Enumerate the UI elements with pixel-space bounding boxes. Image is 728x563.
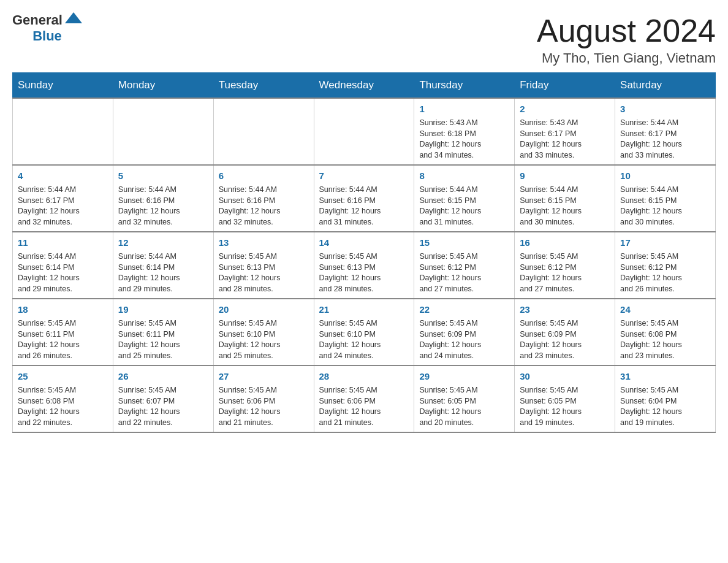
day-number: 24 (620, 303, 710, 316)
day-number: 13 (219, 236, 309, 249)
title-block: August 2024 My Tho, Tien Giang, Vietnam (537, 12, 716, 66)
weekday-header-tuesday: Tuesday (213, 73, 314, 99)
calendar-week-1: 1Sunrise: 5:43 AMSunset: 6:18 PMDaylight… (13, 98, 716, 165)
logo-triangle-icon (65, 12, 82, 23)
day-info: Sunrise: 5:45 AMSunset: 6:08 PMDaylight:… (18, 385, 108, 428)
day-number: 29 (419, 370, 509, 383)
day-number: 4 (18, 169, 108, 182)
calendar-cell (213, 98, 314, 165)
day-info: Sunrise: 5:43 AMSunset: 6:17 PMDaylight:… (520, 118, 610, 161)
calendar-cell (314, 98, 414, 165)
logo-general-text: General (12, 12, 63, 28)
calendar-cell: 8Sunrise: 5:44 AMSunset: 6:15 PMDaylight… (414, 165, 515, 232)
day-info: Sunrise: 5:44 AMSunset: 6:14 PMDaylight:… (118, 251, 208, 294)
calendar-cell: 21Sunrise: 5:45 AMSunset: 6:10 PMDayligh… (314, 299, 414, 366)
day-number: 14 (319, 236, 409, 249)
day-number: 2 (520, 102, 610, 115)
calendar-cell: 18Sunrise: 5:45 AMSunset: 6:11 PMDayligh… (13, 299, 113, 366)
day-number: 19 (118, 303, 208, 316)
weekday-header-saturday: Saturday (615, 73, 716, 99)
day-info: Sunrise: 5:45 AMSunset: 6:12 PMDaylight:… (419, 251, 509, 294)
calendar-week-4: 18Sunrise: 5:45 AMSunset: 6:11 PMDayligh… (13, 299, 716, 366)
calendar-cell: 2Sunrise: 5:43 AMSunset: 6:17 PMDaylight… (515, 98, 615, 165)
day-number: 18 (18, 303, 108, 316)
day-number: 22 (419, 303, 509, 316)
day-number: 15 (419, 236, 509, 249)
day-info: Sunrise: 5:44 AMSunset: 6:15 PMDaylight:… (419, 185, 509, 228)
day-number: 16 (520, 236, 610, 249)
day-info: Sunrise: 5:45 AMSunset: 6:13 PMDaylight:… (219, 251, 309, 294)
calendar-cell: 29Sunrise: 5:45 AMSunset: 6:05 PMDayligh… (414, 366, 515, 432)
day-number: 17 (620, 236, 710, 249)
calendar-cell: 3Sunrise: 5:44 AMSunset: 6:17 PMDaylight… (615, 98, 716, 165)
logo-blue-text: Blue (32, 28, 62, 44)
calendar-cell: 15Sunrise: 5:45 AMSunset: 6:12 PMDayligh… (414, 232, 515, 299)
day-info: Sunrise: 5:45 AMSunset: 6:07 PMDaylight:… (118, 385, 208, 428)
day-info: Sunrise: 5:45 AMSunset: 6:06 PMDaylight:… (219, 385, 309, 428)
calendar-cell: 28Sunrise: 5:45 AMSunset: 6:06 PMDayligh… (314, 366, 414, 432)
calendar-cell: 10Sunrise: 5:44 AMSunset: 6:15 PMDayligh… (615, 165, 716, 232)
weekday-header-wednesday: Wednesday (314, 73, 414, 99)
calendar-cell: 7Sunrise: 5:44 AMSunset: 6:16 PMDaylight… (314, 165, 414, 232)
day-number: 27 (219, 370, 309, 383)
day-info: Sunrise: 5:45 AMSunset: 6:11 PMDaylight:… (118, 318, 208, 361)
day-info: Sunrise: 5:45 AMSunset: 6:04 PMDaylight:… (620, 385, 710, 428)
calendar-cell: 6Sunrise: 5:44 AMSunset: 6:16 PMDaylight… (213, 165, 314, 232)
day-number: 3 (620, 102, 710, 115)
day-info: Sunrise: 5:44 AMSunset: 6:16 PMDaylight:… (118, 185, 208, 228)
calendar-cell: 14Sunrise: 5:45 AMSunset: 6:13 PMDayligh… (314, 232, 414, 299)
day-info: Sunrise: 5:45 AMSunset: 6:10 PMDaylight:… (219, 318, 309, 361)
weekday-header-sunday: Sunday (13, 73, 113, 99)
day-info: Sunrise: 5:45 AMSunset: 6:06 PMDaylight:… (319, 385, 409, 428)
weekday-header-thursday: Thursday (414, 73, 515, 99)
day-number: 26 (118, 370, 208, 383)
day-number: 12 (118, 236, 208, 249)
day-number: 25 (18, 370, 108, 383)
day-info: Sunrise: 5:44 AMSunset: 6:15 PMDaylight:… (520, 185, 610, 228)
day-number: 23 (520, 303, 610, 316)
calendar-week-3: 11Sunrise: 5:44 AMSunset: 6:14 PMDayligh… (13, 232, 716, 299)
logo: General Blue (12, 12, 82, 44)
day-number: 8 (419, 169, 509, 182)
day-number: 28 (319, 370, 409, 383)
day-info: Sunrise: 5:44 AMSunset: 6:16 PMDaylight:… (219, 185, 309, 228)
day-number: 1 (419, 102, 509, 115)
calendar-cell: 22Sunrise: 5:45 AMSunset: 6:09 PMDayligh… (414, 299, 515, 366)
day-info: Sunrise: 5:44 AMSunset: 6:15 PMDaylight:… (620, 185, 710, 228)
day-info: Sunrise: 5:44 AMSunset: 6:16 PMDaylight:… (319, 185, 409, 228)
day-number: 10 (620, 169, 710, 182)
day-info: Sunrise: 5:45 AMSunset: 6:10 PMDaylight:… (319, 318, 409, 361)
calendar-cell: 20Sunrise: 5:45 AMSunset: 6:10 PMDayligh… (213, 299, 314, 366)
calendar-week-5: 25Sunrise: 5:45 AMSunset: 6:08 PMDayligh… (13, 366, 716, 432)
day-number: 30 (520, 370, 610, 383)
calendar-cell (113, 98, 213, 165)
day-info: Sunrise: 5:45 AMSunset: 6:09 PMDaylight:… (520, 318, 610, 361)
calendar-cell: 27Sunrise: 5:45 AMSunset: 6:06 PMDayligh… (213, 366, 314, 432)
calendar-cell: 9Sunrise: 5:44 AMSunset: 6:15 PMDaylight… (515, 165, 615, 232)
day-number: 21 (319, 303, 409, 316)
calendar-cell: 19Sunrise: 5:45 AMSunset: 6:11 PMDayligh… (113, 299, 213, 366)
calendar-cell: 1Sunrise: 5:43 AMSunset: 6:18 PMDaylight… (414, 98, 515, 165)
day-info: Sunrise: 5:45 AMSunset: 6:13 PMDaylight:… (319, 251, 409, 294)
day-info: Sunrise: 5:44 AMSunset: 6:14 PMDaylight:… (18, 251, 108, 294)
calendar-cell: 4Sunrise: 5:44 AMSunset: 6:17 PMDaylight… (13, 165, 113, 232)
day-number: 9 (520, 169, 610, 182)
calendar-cell: 31Sunrise: 5:45 AMSunset: 6:04 PMDayligh… (615, 366, 716, 432)
day-number: 20 (219, 303, 309, 316)
day-info: Sunrise: 5:45 AMSunset: 6:12 PMDaylight:… (520, 251, 610, 294)
day-info: Sunrise: 5:45 AMSunset: 6:12 PMDaylight:… (620, 251, 710, 294)
month-title: August 2024 (537, 12, 716, 49)
calendar-cell: 13Sunrise: 5:45 AMSunset: 6:13 PMDayligh… (213, 232, 314, 299)
day-number: 11 (18, 236, 108, 249)
weekday-header-row: SundayMondayTuesdayWednesdayThursdayFrid… (13, 73, 716, 99)
day-info: Sunrise: 5:45 AMSunset: 6:05 PMDaylight:… (520, 385, 610, 428)
day-number: 7 (319, 169, 409, 182)
day-info: Sunrise: 5:45 AMSunset: 6:11 PMDaylight:… (18, 318, 108, 361)
calendar-cell: 12Sunrise: 5:44 AMSunset: 6:14 PMDayligh… (113, 232, 213, 299)
day-info: Sunrise: 5:43 AMSunset: 6:18 PMDaylight:… (419, 118, 509, 161)
calendar-cell: 11Sunrise: 5:44 AMSunset: 6:14 PMDayligh… (13, 232, 113, 299)
calendar-cell: 25Sunrise: 5:45 AMSunset: 6:08 PMDayligh… (13, 366, 113, 432)
calendar-cell: 23Sunrise: 5:45 AMSunset: 6:09 PMDayligh… (515, 299, 615, 366)
calendar-cell (13, 98, 113, 165)
calendar-week-2: 4Sunrise: 5:44 AMSunset: 6:17 PMDaylight… (13, 165, 716, 232)
